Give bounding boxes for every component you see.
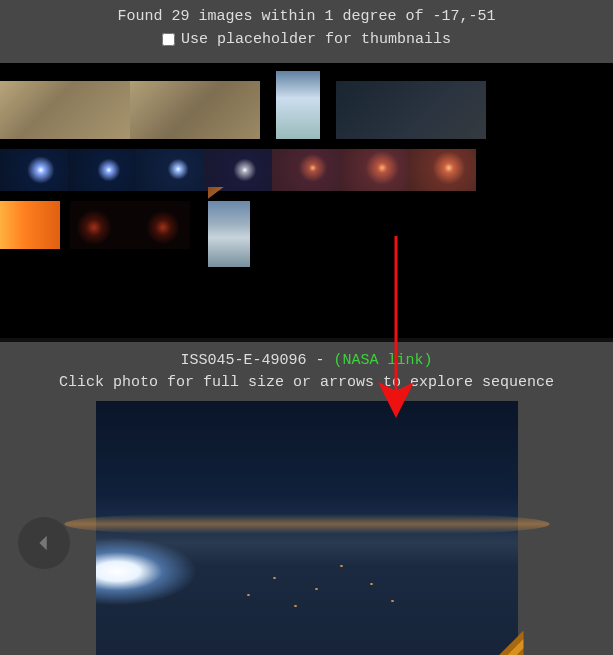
placeholder-checkbox-label: Use placeholder for thumbnails <box>181 29 451 52</box>
chevron-left-icon <box>33 532 55 554</box>
results-header: Found 29 images within 1 degree of -17,-… <box>0 0 613 63</box>
thumbnail[interactable] <box>276 71 320 139</box>
thumbnail[interactable] <box>204 149 272 191</box>
prev-photo-button[interactable] <box>18 517 70 569</box>
thumbnail-gallery[interactable] <box>0 63 613 338</box>
thumbnail[interactable] <box>272 149 340 191</box>
thumbnail[interactable] <box>130 81 260 139</box>
viewer-header: ISS045-E-49096 - (NASA link) Click photo… <box>0 342 613 401</box>
thumbnail-row <box>0 71 613 139</box>
thumbnail[interactable] <box>408 149 476 191</box>
thumbnail[interactable] <box>136 149 204 191</box>
thumbnail[interactable] <box>340 149 408 191</box>
placeholder-toggle-row[interactable]: Use placeholder for thumbnails <box>162 29 451 52</box>
thumbnail-row <box>0 201 613 267</box>
nasa-link[interactable]: (NASA link) <box>334 352 433 369</box>
main-photo[interactable] <box>96 401 518 655</box>
thumbnail[interactable] <box>0 81 130 139</box>
thumbnail[interactable] <box>130 201 190 249</box>
found-count-text: Found 29 images within 1 degree of -17,-… <box>0 6 613 29</box>
thumbnail[interactable] <box>70 201 130 249</box>
photo-title-row: ISS045-E-49096 - (NASA link) <box>0 350 613 373</box>
photo-id: ISS045-E-49096 <box>180 352 306 369</box>
thumbnail[interactable] <box>68 149 136 191</box>
placeholder-checkbox[interactable] <box>162 33 175 46</box>
thumbnail[interactable] <box>0 149 68 191</box>
viewer-instruction: Click photo for full size or arrows to e… <box>0 372 613 395</box>
thumbnail[interactable] <box>0 201 60 249</box>
photo-viewer <box>0 401 613 655</box>
thumbnail-row <box>0 149 613 191</box>
thumbnail[interactable] <box>208 201 250 267</box>
thumbnail[interactable] <box>336 81 486 139</box>
